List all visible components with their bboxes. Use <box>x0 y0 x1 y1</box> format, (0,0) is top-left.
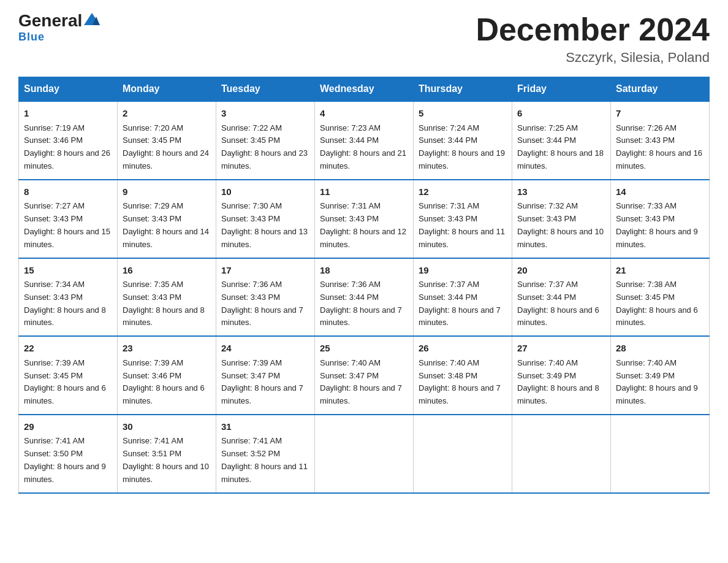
calendar-header: SundayMondayTuesdayWednesdayThursdayFrid… <box>19 77 710 102</box>
calendar-day-cell <box>315 415 414 493</box>
day-number: 3 <box>221 107 309 121</box>
day-number: 20 <box>517 264 605 278</box>
day-info: Sunrise: 7:22 AMSunset: 3:45 PMDaylight:… <box>221 123 308 170</box>
calendar-day-cell: 8 Sunrise: 7:27 AMSunset: 3:43 PMDayligh… <box>19 180 118 258</box>
calendar-day-cell <box>414 415 512 493</box>
day-number: 10 <box>221 185 309 199</box>
day-info: Sunrise: 7:35 AMSunset: 3:43 PMDaylight:… <box>123 280 205 327</box>
day-of-week-header: Thursday <box>414 77 512 102</box>
day-info: Sunrise: 7:36 AMSunset: 3:44 PMDaylight:… <box>320 280 402 327</box>
day-number: 13 <box>517 185 605 199</box>
calendar-day-cell: 23 Sunrise: 7:39 AMSunset: 3:46 PMDaylig… <box>118 336 216 415</box>
day-info: Sunrise: 7:30 AMSunset: 3:43 PMDaylight:… <box>221 201 308 248</box>
calendar-week-row: 1 Sunrise: 7:19 AMSunset: 3:46 PMDayligh… <box>19 101 710 180</box>
calendar-day-cell <box>512 415 611 493</box>
day-info: Sunrise: 7:25 AMSunset: 3:44 PMDaylight:… <box>517 123 604 170</box>
day-of-week-header: Wednesday <box>315 77 414 102</box>
day-number: 1 <box>24 107 112 121</box>
calendar-day-cell: 27 Sunrise: 7:40 AMSunset: 3:49 PMDaylig… <box>512 336 611 415</box>
calendar-day-cell: 20 Sunrise: 7:37 AMSunset: 3:44 PMDaylig… <box>512 258 611 337</box>
day-info: Sunrise: 7:32 AMSunset: 3:43 PMDaylight:… <box>517 201 604 248</box>
calendar-day-cell: 28 Sunrise: 7:40 AMSunset: 3:49 PMDaylig… <box>611 336 710 415</box>
day-info: Sunrise: 7:37 AMSunset: 3:44 PMDaylight:… <box>517 280 599 327</box>
day-info: Sunrise: 7:31 AMSunset: 3:43 PMDaylight:… <box>419 201 505 248</box>
calendar-week-row: 22 Sunrise: 7:39 AMSunset: 3:45 PMDaylig… <box>19 336 710 415</box>
day-number: 26 <box>419 342 507 356</box>
day-info: Sunrise: 7:38 AMSunset: 3:45 PMDaylight:… <box>616 280 698 327</box>
calendar-day-cell: 25 Sunrise: 7:40 AMSunset: 3:47 PMDaylig… <box>315 336 414 415</box>
logo: General Blue <box>18 12 101 44</box>
calendar-body: 1 Sunrise: 7:19 AMSunset: 3:46 PMDayligh… <box>19 101 710 492</box>
day-number: 31 <box>221 420 309 434</box>
title-block: December 2024 Szczyrk, Silesia, Poland <box>476 12 710 66</box>
logo-blue: Blue <box>18 31 45 44</box>
day-number: 21 <box>616 264 704 278</box>
day-info: Sunrise: 7:39 AMSunset: 3:46 PMDaylight:… <box>123 358 205 405</box>
calendar-week-row: 15 Sunrise: 7:34 AMSunset: 3:43 PMDaylig… <box>19 258 710 337</box>
day-number: 14 <box>616 185 704 199</box>
calendar-day-cell: 13 Sunrise: 7:32 AMSunset: 3:43 PMDaylig… <box>512 180 611 258</box>
calendar-day-cell: 30 Sunrise: 7:41 AMSunset: 3:51 PMDaylig… <box>118 415 216 493</box>
calendar-day-cell: 21 Sunrise: 7:38 AMSunset: 3:45 PMDaylig… <box>611 258 710 337</box>
calendar-day-cell: 12 Sunrise: 7:31 AMSunset: 3:43 PMDaylig… <box>414 180 512 258</box>
day-number: 19 <box>419 264 507 278</box>
calendar-day-cell: 5 Sunrise: 7:24 AMSunset: 3:44 PMDayligh… <box>414 101 512 180</box>
day-info: Sunrise: 7:19 AMSunset: 3:46 PMDaylight:… <box>24 123 110 170</box>
day-info: Sunrise: 7:40 AMSunset: 3:49 PMDaylight:… <box>616 358 698 405</box>
calendar-day-cell: 6 Sunrise: 7:25 AMSunset: 3:44 PMDayligh… <box>512 101 611 180</box>
day-info: Sunrise: 7:41 AMSunset: 3:52 PMDaylight:… <box>221 436 308 483</box>
calendar-day-cell: 24 Sunrise: 7:39 AMSunset: 3:47 PMDaylig… <box>216 336 315 415</box>
day-of-week-header: Saturday <box>611 77 710 102</box>
day-info: Sunrise: 7:26 AMSunset: 3:43 PMDaylight:… <box>616 123 702 170</box>
logo-general: General <box>18 12 82 29</box>
calendar-day-cell: 31 Sunrise: 7:41 AMSunset: 3:52 PMDaylig… <box>216 415 315 493</box>
location-title: Szczyrk, Silesia, Poland <box>476 50 710 66</box>
calendar-day-cell: 4 Sunrise: 7:23 AMSunset: 3:44 PMDayligh… <box>315 101 414 180</box>
calendar-day-cell: 17 Sunrise: 7:36 AMSunset: 3:43 PMDaylig… <box>216 258 315 337</box>
day-info: Sunrise: 7:39 AMSunset: 3:47 PMDaylight:… <box>221 358 303 405</box>
day-info: Sunrise: 7:40 AMSunset: 3:48 PMDaylight:… <box>419 358 501 405</box>
day-number: 9 <box>123 185 211 199</box>
day-number: 4 <box>320 107 408 121</box>
day-number: 2 <box>123 107 211 121</box>
calendar-table: SundayMondayTuesdayWednesdayThursdayFrid… <box>18 77 710 493</box>
day-info: Sunrise: 7:33 AMSunset: 3:43 PMDaylight:… <box>616 201 698 248</box>
day-number: 23 <box>123 342 211 356</box>
day-number: 5 <box>419 107 507 121</box>
day-number: 11 <box>320 185 408 199</box>
calendar-day-cell: 7 Sunrise: 7:26 AMSunset: 3:43 PMDayligh… <box>611 101 710 180</box>
day-info: Sunrise: 7:37 AMSunset: 3:44 PMDaylight:… <box>419 280 501 327</box>
day-info: Sunrise: 7:23 AMSunset: 3:44 PMDaylight:… <box>320 123 406 170</box>
calendar-day-cell: 18 Sunrise: 7:36 AMSunset: 3:44 PMDaylig… <box>315 258 414 337</box>
calendar-week-row: 8 Sunrise: 7:27 AMSunset: 3:43 PMDayligh… <box>19 180 710 258</box>
day-of-week-header: Tuesday <box>216 77 315 102</box>
calendar-day-cell: 29 Sunrise: 7:41 AMSunset: 3:50 PMDaylig… <box>19 415 118 493</box>
day-number: 25 <box>320 342 408 356</box>
day-of-week-header: Monday <box>118 77 216 102</box>
calendar-day-cell: 26 Sunrise: 7:40 AMSunset: 3:48 PMDaylig… <box>414 336 512 415</box>
day-info: Sunrise: 7:36 AMSunset: 3:43 PMDaylight:… <box>221 280 303 327</box>
month-title: December 2024 <box>476 12 710 47</box>
day-of-week-header: Sunday <box>19 77 118 102</box>
page-header: General Blue December 2024 Szczyrk, Sile… <box>18 12 710 66</box>
calendar-day-cell: 19 Sunrise: 7:37 AMSunset: 3:44 PMDaylig… <box>414 258 512 337</box>
day-info: Sunrise: 7:24 AMSunset: 3:44 PMDaylight:… <box>419 123 505 170</box>
day-number: 30 <box>123 420 211 434</box>
day-number: 28 <box>616 342 704 356</box>
day-info: Sunrise: 7:40 AMSunset: 3:49 PMDaylight:… <box>517 358 599 405</box>
day-number: 18 <box>320 264 408 278</box>
calendar-day-cell: 1 Sunrise: 7:19 AMSunset: 3:46 PMDayligh… <box>19 101 118 180</box>
day-info: Sunrise: 7:29 AMSunset: 3:43 PMDaylight:… <box>123 201 209 248</box>
calendar-day-cell: 10 Sunrise: 7:30 AMSunset: 3:43 PMDaylig… <box>216 180 315 258</box>
day-number: 17 <box>221 264 309 278</box>
day-info: Sunrise: 7:27 AMSunset: 3:43 PMDaylight:… <box>24 201 110 248</box>
calendar-day-cell: 15 Sunrise: 7:34 AMSunset: 3:43 PMDaylig… <box>19 258 118 337</box>
day-number: 24 <box>221 342 309 356</box>
day-info: Sunrise: 7:41 AMSunset: 3:50 PMDaylight:… <box>24 436 106 483</box>
day-number: 15 <box>24 264 112 278</box>
calendar-day-cell: 22 Sunrise: 7:39 AMSunset: 3:45 PMDaylig… <box>19 336 118 415</box>
day-number: 27 <box>517 342 605 356</box>
day-number: 8 <box>24 185 112 199</box>
calendar-week-row: 29 Sunrise: 7:41 AMSunset: 3:50 PMDaylig… <box>19 415 710 493</box>
calendar-day-cell: 16 Sunrise: 7:35 AMSunset: 3:43 PMDaylig… <box>118 258 216 337</box>
